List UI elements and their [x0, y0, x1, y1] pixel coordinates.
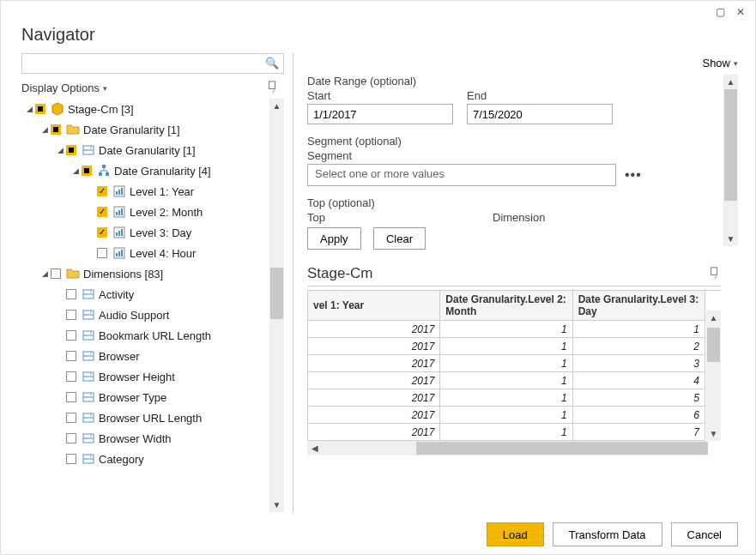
checkbox[interactable] — [51, 124, 61, 135]
column-header[interactable]: Date Granularity.Level 3: Day — [572, 291, 705, 321]
svg-point-25 — [90, 291, 92, 293]
table-row[interactable]: 201711 — [308, 321, 705, 338]
scroll-down-icon[interactable]: ▼ — [723, 232, 738, 246]
svg-point-40 — [90, 394, 92, 395]
scroll-thumb[interactable] — [416, 442, 708, 455]
tree-scrollbar[interactable]: ▲ ▼ — [269, 99, 284, 512]
expand-toggle-icon[interactable]: ◢ — [40, 125, 49, 134]
table-row[interactable]: 201713 — [308, 355, 705, 372]
display-options-dropdown[interactable]: Display Options ▾ — [21, 81, 107, 94]
close-button[interactable]: ✕ — [733, 4, 748, 20]
svg-rect-17 — [118, 231, 120, 236]
right-pane: Show ▾ ▲ ▼ Date Range (optional) Start E… — [302, 53, 755, 512]
window-title: Navigator — [1, 20, 755, 53]
checkbox[interactable] — [66, 433, 76, 443]
dimension-field-label: Dimension — [493, 211, 545, 224]
refresh-icon[interactable] — [709, 267, 721, 281]
tree-item[interactable]: Level 1: Year — [21, 181, 284, 202]
search-input[interactable] — [21, 53, 284, 74]
tree-item-label: Activity — [99, 288, 134, 301]
checkbox[interactable] — [66, 289, 76, 299]
segment-select[interactable]: Select one or more values — [307, 164, 616, 186]
tree-item[interactable]: ◢Stage-Cm [3] — [21, 99, 284, 119]
scroll-down-icon[interactable]: ▼ — [269, 498, 284, 512]
show-dropdown[interactable]: Show ▾ — [702, 57, 738, 69]
table-row[interactable]: 201712 — [308, 338, 705, 355]
refresh-icon[interactable] — [267, 81, 279, 95]
tree-item[interactable]: Category — [21, 449, 284, 469]
table-row[interactable]: 201715 — [308, 389, 705, 407]
svg-rect-21 — [118, 251, 120, 256]
scroll-down-icon[interactable]: ▼ — [706, 426, 721, 441]
checkbox[interactable] — [51, 268, 61, 279]
tree-item[interactable]: Bookmark URL Length — [21, 325, 284, 346]
tree-item[interactable]: ◢Dimensions [83] — [21, 263, 284, 284]
more-icon[interactable]: ••• — [625, 167, 642, 183]
checkbox[interactable] — [66, 392, 76, 402]
form-scrollbar[interactable]: ▲ ▼ — [723, 75, 738, 246]
checkbox[interactable] — [66, 351, 76, 361]
tree-item-label: Browser Width — [99, 432, 172, 445]
expand-toggle-icon[interactable]: ◢ — [71, 166, 80, 175]
tree-item[interactable]: Level 4: Hour — [21, 243, 284, 263]
checkbox[interactable] — [66, 454, 76, 464]
maximize-button[interactable]: ▢ — [712, 4, 728, 20]
tree-item[interactable]: Browser Type — [21, 387, 284, 407]
checkbox[interactable] — [82, 166, 92, 176]
svg-point-3 — [90, 147, 92, 148]
column-header[interactable]: Date Granularity.Level 2: Month — [440, 291, 572, 321]
table-row[interactable]: 201714 — [308, 372, 705, 389]
tree-item[interactable]: ◢Date Granularity [1] — [21, 140, 284, 160]
tree-item[interactable]: Browser Width — [21, 428, 284, 449]
expand-toggle-icon[interactable]: ◢ — [40, 269, 49, 278]
tree-item[interactable]: Browser Height — [21, 366, 284, 387]
transform-data-button[interactable]: Transform Data — [553, 522, 662, 546]
scroll-thumb[interactable] — [270, 268, 283, 319]
meas-icon — [112, 185, 126, 197]
checkbox[interactable] — [97, 227, 107, 238]
checkbox[interactable] — [97, 248, 107, 258]
start-date-input[interactable] — [307, 104, 453, 124]
tree-item[interactable]: Audio Support — [21, 305, 284, 325]
svg-rect-10 — [121, 188, 123, 195]
scroll-up-icon[interactable]: ▲ — [706, 311, 721, 325]
checkbox[interactable] — [35, 104, 45, 114]
cancel-button[interactable]: Cancel — [671, 522, 738, 546]
end-date-input[interactable] — [467, 104, 613, 124]
tree-item[interactable]: Activity — [21, 284, 284, 305]
start-label: Start — [307, 89, 453, 102]
checkbox[interactable] — [66, 371, 76, 382]
svg-rect-0 — [269, 81, 275, 89]
checkbox[interactable] — [97, 186, 107, 196]
scroll-up-icon[interactable]: ▲ — [269, 99, 284, 113]
svg-point-46 — [90, 435, 92, 437]
tree-item[interactable]: ◢Date Granularity [1] — [21, 119, 284, 140]
scroll-up-icon[interactable]: ▲ — [723, 75, 738, 89]
column-header[interactable]: vel 1: Year — [308, 291, 440, 321]
tree-item[interactable]: Browser — [21, 346, 284, 366]
table-row[interactable]: 201717 — [308, 424, 705, 441]
scroll-thumb[interactable] — [724, 89, 737, 201]
grid-vscroll[interactable]: ▲ ▼ — [706, 311, 721, 441]
checkbox[interactable] — [66, 413, 76, 423]
tree-item[interactable]: Level 2: Month — [21, 202, 284, 222]
load-button[interactable]: Load — [487, 522, 544, 546]
apply-button[interactable]: Apply — [307, 227, 361, 250]
table-row[interactable]: 201716 — [308, 407, 705, 424]
cell: 1 — [440, 407, 572, 424]
checkbox[interactable] — [66, 330, 76, 341]
checkbox[interactable] — [97, 207, 107, 217]
checkbox[interactable] — [66, 145, 76, 155]
expand-toggle-icon[interactable]: ◢ — [56, 146, 64, 154]
expand-toggle-icon[interactable]: ◢ — [25, 105, 33, 113]
clear-button[interactable]: Clear — [373, 227, 426, 250]
checkbox[interactable] — [66, 310, 76, 320]
tree-item[interactable]: ◢Date Granularity [4] — [21, 160, 284, 181]
scroll-left-icon[interactable]: ◀ — [307, 441, 322, 455]
meas-icon — [112, 206, 126, 218]
tree-item[interactable]: Level 3: Day — [21, 222, 284, 243]
search-icon[interactable]: 🔍 — [265, 57, 279, 69]
grid-hscroll[interactable]: ◀ ▶ — [307, 441, 705, 455]
tree-item[interactable]: Browser URL Length — [21, 407, 284, 428]
scroll-thumb[interactable] — [707, 328, 720, 362]
